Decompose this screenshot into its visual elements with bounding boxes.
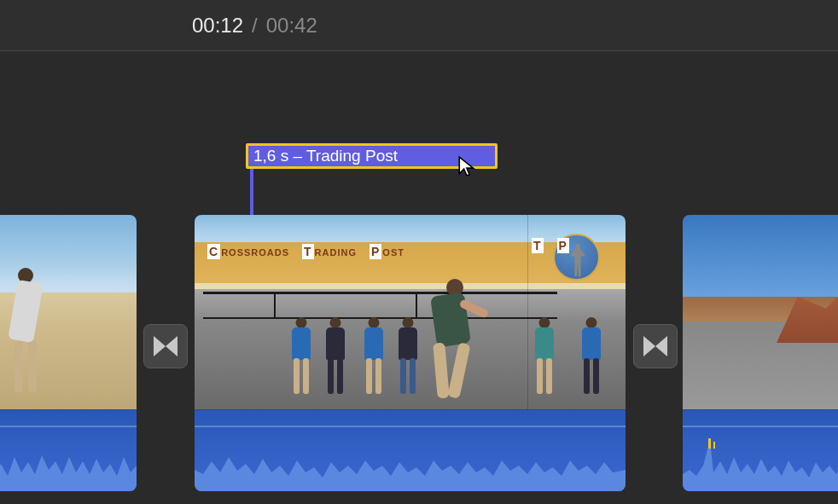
time-separator: / [252,14,258,38]
video-clip-1[interactable] [0,215,137,491]
waveform-icon [0,432,137,491]
clip-2-audio-track[interactable] [195,409,626,491]
title-overlay-clip[interactable]: 1,6 s – Trading Post [246,143,498,169]
timeline-header: 00:12 / 00:42 [0,0,838,51]
sign-text: T [532,239,544,264]
clip-1-audio-track[interactable] [0,409,137,491]
sign-text: TRADING [302,245,357,258]
transition-1[interactable] [143,324,188,368]
clip-3-audio-track[interactable] [683,409,838,491]
bowtie-transition-icon [150,331,181,362]
clip-1-thumbnail [0,215,137,409]
waveform-icon [683,432,838,491]
playhead-current-time: 00:12 [192,14,243,38]
sign-text: P [557,239,570,264]
sign-text: POST [370,245,404,258]
clip-2-thumbnail: CROSSROADS TRADING POST T P [195,215,626,409]
title-overlay-label: 1,6 s – Trading Post [253,147,398,165]
waveform-icon [195,432,626,491]
video-clip-2[interactable]: CROSSROADS TRADING POST T P [195,215,626,491]
video-clip-3[interactable] [683,215,838,491]
svg-rect-1 [713,442,715,449]
sign-text: CROSSROADS [207,245,289,258]
timeline[interactable]: 1,6 s – Trading Post [0,51,838,504]
bowtie-transition-icon [640,331,671,362]
transition-2[interactable] [633,324,678,368]
clip-3-thumbnail [683,215,838,409]
timeline-total-duration: 00:42 [266,14,317,38]
title-clip-connector [250,167,253,215]
svg-rect-0 [708,438,711,449]
